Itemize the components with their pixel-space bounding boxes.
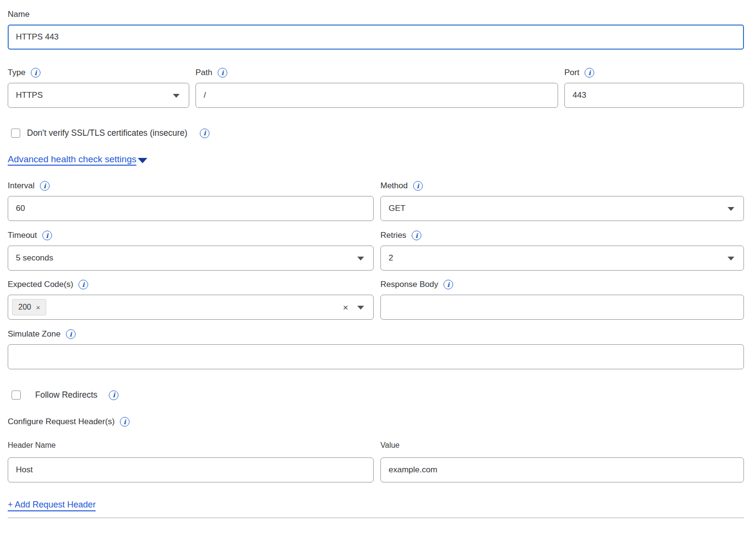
interval-label: Interval [8, 180, 35, 192]
retries-label: Retries [380, 230, 406, 241]
section-divider [8, 518, 744, 518]
interval-method-fields: GET [8, 196, 744, 221]
port-input[interactable] [564, 83, 744, 108]
simulate-zone-label: Simulate Zone [8, 328, 61, 340]
retries-select-value: 2 [389, 253, 393, 263]
method-select[interactable]: GET [380, 196, 744, 221]
remove-tag-icon[interactable]: × [36, 303, 40, 312]
request-headers-section-row: Configure Request Header(s) i [8, 416, 744, 428]
timeout-label: Timeout [8, 230, 37, 241]
code-tag-value: 200 [18, 303, 31, 312]
info-icon[interactable]: i [585, 68, 594, 78]
info-icon[interactable]: i [200, 129, 209, 138]
type-select-value: HTTPS [16, 91, 43, 100]
add-header-row: + Add Request Header [8, 500, 744, 510]
timeout-select[interactable]: 5 seconds [8, 246, 374, 271]
expected-codes-label: Expected Code(s) [8, 279, 73, 290]
ssl-verify-checkbox[interactable] [11, 129, 20, 138]
chevron-down-icon [357, 257, 364, 260]
info-icon[interactable]: i [66, 329, 76, 339]
health-check-form: Name Type i Path i Port i HTTPS Don't ve… [0, 0, 756, 518]
code-tag: 200 × [12, 299, 46, 315]
expected-codes-multiselect[interactable]: 200 × × [8, 295, 374, 320]
info-icon[interactable]: i [42, 231, 52, 240]
info-icon[interactable]: i [40, 181, 50, 191]
name-input[interactable] [8, 25, 744, 50]
path-label: Path [196, 67, 212, 78]
clear-all-icon[interactable]: × [343, 303, 348, 312]
header-value-input[interactable] [380, 457, 744, 482]
method-label: Method [380, 180, 408, 192]
add-request-header-link[interactable]: + Add Request Header [8, 500, 96, 510]
type-path-port-labels: Type i Path i Port i [8, 67, 744, 83]
request-headers-section-label: Configure Request Header(s) [8, 416, 115, 428]
timeout-retries-fields: 5 seconds 2 [8, 246, 744, 271]
header-row [8, 457, 744, 482]
advanced-settings-label: Advanced health check settings [8, 154, 136, 165]
interval-method-labels: Interval i Method i [8, 180, 744, 196]
simulate-zone-input[interactable] [8, 344, 744, 369]
info-icon[interactable]: i [413, 181, 423, 191]
ssl-verify-row: Don't verify SSL/TLS certificates (insec… [8, 128, 744, 138]
response-body-label: Response Body [380, 279, 438, 290]
name-label: Name [8, 9, 29, 20]
info-icon[interactable]: i [120, 417, 130, 427]
header-columns-labels: Header Name Value [8, 440, 744, 457]
chevron-down-icon [138, 158, 147, 163]
path-input[interactable] [196, 83, 558, 108]
chevron-down-icon [357, 306, 364, 310]
type-select[interactable]: HTTPS [8, 83, 189, 108]
type-path-port-fields: HTTPS [8, 83, 744, 108]
info-icon[interactable]: i [218, 68, 227, 78]
retries-select[interactable]: 2 [380, 246, 744, 271]
follow-redirects-checkbox[interactable] [12, 390, 21, 400]
method-select-value: GET [389, 204, 405, 213]
timeout-select-value: 5 seconds [16, 253, 53, 263]
ssl-verify-label: Don't verify SSL/TLS certificates (insec… [27, 128, 187, 138]
simulate-zone-label-row: Simulate Zone i [8, 328, 744, 340]
chevron-down-icon [728, 257, 734, 260]
advanced-settings-link[interactable]: Advanced health check settings [8, 154, 147, 165]
codes-body-labels: Expected Code(s) i Response Body i [8, 279, 744, 295]
info-icon[interactable]: i [443, 280, 453, 289]
chevron-down-icon [173, 94, 180, 98]
header-name-input[interactable] [8, 457, 374, 482]
info-icon[interactable]: i [31, 68, 40, 78]
follow-redirects-row: Follow Redirects i [8, 390, 744, 400]
advanced-settings-row: Advanced health check settings [8, 154, 744, 165]
follow-redirects-label: Follow Redirects [35, 390, 97, 400]
info-icon[interactable]: i [109, 390, 118, 400]
chevron-down-icon [728, 207, 734, 211]
value-column-label: Value [380, 440, 744, 451]
info-icon[interactable]: i [78, 280, 88, 289]
info-icon[interactable]: i [412, 231, 421, 240]
response-body-input[interactable] [380, 295, 744, 320]
interval-input[interactable] [8, 196, 374, 221]
name-label-row: Name [8, 9, 744, 20]
header-name-column-label: Header Name [8, 440, 374, 451]
port-label: Port [564, 67, 579, 78]
type-label: Type [8, 67, 26, 78]
timeout-retries-labels: Timeout i Retries i [8, 230, 744, 246]
codes-body-fields: 200 × × [8, 295, 744, 320]
